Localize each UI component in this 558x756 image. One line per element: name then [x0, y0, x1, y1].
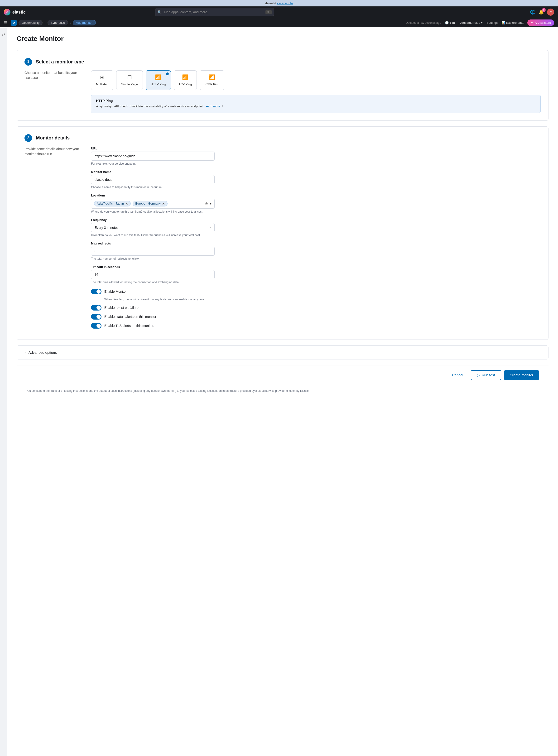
enable-monitor-toggle[interactable] [91, 289, 101, 294]
step2-header: 2 Monitor details [24, 134, 541, 142]
logo-text: elastic [12, 10, 26, 15]
clear-locations-button[interactable]: ⊗ [205, 201, 208, 206]
version-info-link[interactable]: version info [277, 1, 293, 5]
timeout-group: Timeout in seconds The total time allowe… [91, 265, 214, 284]
location-tag-japan: Asia/Pacific - Japan ✕ [94, 201, 131, 206]
multistep-icon: ⊞ [100, 74, 104, 81]
search-bar: 🔍 ⌘/ [155, 8, 274, 16]
step2-number: 2 [24, 134, 32, 142]
create-monitor-button[interactable]: Create monitor [504, 370, 539, 380]
chevron-right-icon: › [24, 350, 26, 354]
monitor-name-group: Monitor name Choose a name to help ident… [91, 170, 214, 189]
avatar[interactable]: C [547, 8, 554, 16]
monitor-card-single-page[interactable]: ☐ Single Page [116, 70, 143, 90]
external-link-icon: ↗ [221, 105, 224, 108]
enable-monitor-hint: When disabled, the monitor doesn't run a… [104, 298, 214, 301]
tcp-ping-icon: 📶 [182, 74, 188, 81]
run-test-button[interactable]: ▷ Run test [471, 370, 501, 380]
single-page-icon: ☐ [127, 74, 132, 81]
ai-assistant-button[interactable]: ✦ AI Assistant [527, 20, 554, 26]
elastic-logo-icon: e [4, 9, 10, 16]
monitor-card-http-ping[interactable]: 📶 HTTP Ping [146, 70, 171, 90]
footer-bar: Cancel ▷ Run test Create monitor [17, 365, 549, 385]
step2-body: Provide some details about how your moni… [24, 147, 541, 332]
http-ping-info-title: HTTP Ping [96, 99, 536, 103]
expand-locations-button[interactable]: ▾ [210, 202, 211, 206]
workspace-icon: D [11, 20, 17, 26]
frequency-select[interactable]: Every 1 minute Every 3 minutes Every 5 m… [91, 223, 214, 232]
status-alerts-toggle[interactable] [91, 314, 101, 319]
http-ping-icon: 📶 [155, 74, 161, 81]
location-tag-germany: Europe - Germany ✕ [133, 201, 168, 206]
logo: e elastic [4, 9, 26, 16]
search-icon: 🔍 [157, 10, 161, 14]
alerts-rules-nav[interactable]: Alerts and rules ▾ [459, 21, 483, 24]
search-shortcut: ⌘/ [265, 10, 271, 14]
monitor-card-tcp-ping[interactable]: 📶 TCP Ping [174, 70, 197, 90]
breadcrumb-add-monitor: Add monitor [73, 20, 96, 25]
monitor-name-input[interactable] [91, 175, 214, 184]
clock-icon: 🕐 [445, 21, 449, 24]
breadcrumb-synthetics[interactable]: Synthetics [48, 20, 68, 25]
main-layout: ⇄ Create Monitor 1 Select a monitor type… [0, 27, 558, 756]
remove-germany-button[interactable]: ✕ [162, 202, 165, 206]
http-ping-label: HTTP Ping [151, 82, 166, 86]
max-redirects-label: Max redirects [91, 242, 214, 245]
tcp-ping-label: TCP Ping [179, 82, 192, 86]
remove-japan-button[interactable]: ✕ [125, 202, 128, 206]
update-time: Updated a few seconds ago [406, 21, 441, 24]
step1-section: 1 Select a monitor type Choose a monitor… [17, 50, 549, 121]
hamburger-icon[interactable]: ☰ [4, 21, 7, 25]
advanced-options-section[interactable]: › Advanced options [17, 345, 549, 360]
url-group: URL For example, your service endpoint. [91, 147, 214, 165]
tls-alerts-toggle[interactable] [91, 323, 101, 329]
breadcrumb-arrow-1: › [45, 21, 46, 25]
tls-alerts-row: Enable TLS alerts on this monitor. [91, 323, 214, 329]
step1-number: 1 [24, 58, 32, 66]
monitor-types: ⊞ Multistep ☐ Single Page 📶 [91, 70, 541, 90]
url-label: URL [91, 147, 214, 150]
nav-right: Updated a few seconds ago 🕐 1 m Alerts a… [406, 20, 554, 26]
step1-content: ⊞ Multistep ☐ Single Page 📶 [91, 70, 541, 113]
advanced-options-label: Advanced options [28, 350, 57, 355]
ai-icon: ✦ [531, 21, 533, 24]
locations-label: Locations [91, 193, 214, 197]
header-actions: 🌐 🔔 C [530, 8, 554, 16]
icmp-ping-label: ICMP Ping [205, 82, 219, 86]
monitor-card-multistep[interactable]: ⊞ Multistep [91, 70, 113, 90]
http-ping-info-box: HTTP Ping A lightweight API check to val… [91, 95, 541, 113]
locations-hint: Where do you want to run this test from?… [91, 210, 214, 213]
max-redirects-group: Max redirects The total number of redire… [91, 242, 214, 260]
notifications-icon[interactable]: 🔔 [538, 9, 544, 15]
search-input[interactable] [155, 8, 274, 16]
cancel-button[interactable]: Cancel [447, 370, 468, 380]
monitor-card-icmp-ping[interactable]: 📶 ICMP Ping [200, 70, 224, 90]
timeout-input[interactable] [91, 270, 214, 279]
settings-nav[interactable]: Settings [486, 21, 498, 24]
main-content: Create Monitor 1 Select a monitor type C… [7, 27, 558, 756]
breadcrumb-observability[interactable]: Observability [19, 20, 43, 25]
url-hint: For example, your service endpoint. [91, 162, 214, 165]
locations-input[interactable]: Asia/Pacific - Japan ✕ Europe - Germany … [91, 199, 214, 209]
globe-icon[interactable]: 🌐 [530, 9, 535, 15]
monitor-name-hint: Choose a name to help identify this moni… [91, 186, 214, 189]
step2-content: URL For example, your service endpoint. … [91, 147, 214, 332]
retest-failure-toggle[interactable] [91, 305, 101, 311]
single-page-label: Single Page [121, 82, 138, 86]
status-alerts-row: Enable status alerts on this monitor [91, 314, 214, 319]
step1-body: Choose a monitor that best fits your use… [24, 70, 541, 113]
locations-actions: ⊗ ▾ [205, 201, 211, 206]
learn-more-link[interactable]: Learn more [204, 105, 220, 108]
locations-group: Locations Asia/Pacific - Japan ✕ Europe … [91, 193, 214, 213]
interval-selector[interactable]: 🕐 1 m [445, 21, 455, 24]
url-input[interactable] [91, 152, 214, 161]
side-nav-icon[interactable]: ⇄ [2, 32, 5, 36]
top-banner: dev-obit version info [0, 0, 558, 6]
max-redirects-input[interactable] [91, 246, 214, 256]
explore-data-nav[interactable]: 📊 Explore data [502, 21, 524, 24]
step1-title: Select a monitor type [36, 59, 84, 64]
banner-text: dev-obit [265, 1, 277, 5]
http-ping-info-desc: A lightweight API check to validate the … [96, 104, 536, 109]
step1-description: Choose a monitor that best fits your use… [24, 70, 81, 113]
timeout-hint: The total time allowed for testing the c… [91, 281, 214, 284]
